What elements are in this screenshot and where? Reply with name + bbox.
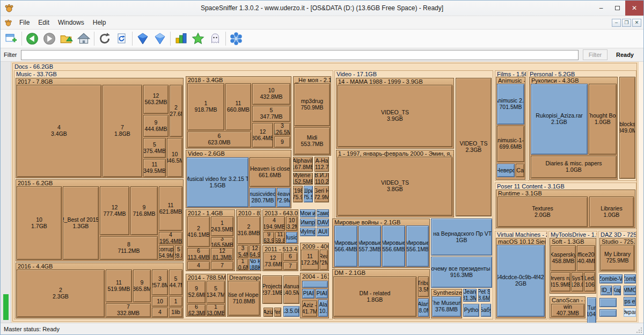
folder-cell[interactable]: blocks849.0M <box>619 77 635 179</box>
folder-cell[interactable]: Aziz -41.7M <box>302 301 317 317</box>
refresh-view-button[interactable] <box>113 31 130 47</box>
file-cell[interactable]: Kap <box>613 286 621 295</box>
folder-cell[interactable]: 9716.8MB <box>130 186 158 235</box>
folder-cell[interactable]: mp3drug750.9MB <box>294 83 330 126</box>
up-folder-button[interactable] <box>58 31 75 47</box>
file-cell[interactable]: Само <box>317 209 329 217</box>
mdi-minimize-button[interactable]: – <box>612 19 621 27</box>
file-cell[interactable]: Musical video for 3.2.15 Tr1.5GB <box>187 157 248 207</box>
star-tag-button[interactable] <box>189 31 207 47</box>
folder-cell[interactable]: VIDEO_TS3.8GB <box>338 157 452 216</box>
folder-cell[interactable]: 1033.2M <box>286 216 297 231</box>
menu-item-file[interactable]: File <box>15 17 34 28</box>
file-classes-button[interactable] <box>172 31 189 47</box>
folder-cell[interactable]: 10432.8MB <box>252 83 290 105</box>
folder-cell[interactable]: animusic-1-d699.6MB <box>497 126 524 162</box>
folder-cell[interactable]: SysT128.0 <box>572 272 583 292</box>
folder-cell[interactable]: My Library725.9MB <box>601 245 634 271</box>
folder-cell[interactable]: 1281.3MB <box>211 248 233 260</box>
file-cell[interactable]: iTun104. <box>587 297 596 323</box>
file-cell[interactable]: AUI <box>317 228 329 236</box>
folder-cell[interactable]: 963.9 <box>264 232 274 243</box>
resize-grip[interactable] <box>635 326 642 333</box>
folder-cell[interactable]: 7 <box>211 261 233 270</box>
folder-cell[interactable]: 43.4GB <box>17 85 101 177</box>
configuration-button[interactable] <box>228 31 245 47</box>
file-cell[interactable]: vps ex <box>624 297 636 306</box>
menu-item-help[interactable]: Help <box>89 17 111 28</box>
folder-cell[interactable]: 4 <box>152 308 168 317</box>
file-cell[interactable] <box>599 309 617 317</box>
folder-cell[interactable]: 8711.2MB <box>100 236 158 260</box>
folder-cell[interactable]: 7 <box>283 262 297 270</box>
minimize-button[interactable]: – <box>593 1 609 16</box>
folder-cell[interactable]: 5244.7M <box>169 270 182 295</box>
file-cell[interactable]: ID_I <box>601 286 612 295</box>
folder-cell[interactable]: 6113.4MB <box>187 248 210 260</box>
folder-cell[interactable]: 12306.4MB <box>252 123 273 148</box>
maximize-button[interactable] <box>609 1 625 16</box>
folder-cell[interactable]: 9444.6MB <box>143 115 169 137</box>
file-cell[interactable]: Ala10. <box>318 300 328 317</box>
filter-button[interactable]: Filter <box>583 49 608 60</box>
folder-cell[interactable]: 101.7GB <box>17 186 62 260</box>
file-cell[interactable]: Pet S3.6M <box>478 289 490 302</box>
folder-cell[interactable]: Diaries & misc. papers1.0GB <box>531 156 617 178</box>
folder-cell[interactable]: Vera <box>274 308 281 317</box>
folder-cell[interactable]: !_Best of 20151.3GB <box>63 186 99 260</box>
menu-item-windows[interactable]: Windows <box>54 17 89 28</box>
file-cell[interactable]: Мировые556.6MB <box>382 225 405 267</box>
folder-cell[interactable]: VIDEO_TS3.9GB <box>338 85 452 147</box>
folder-cell[interactable]: 528.8 <box>175 245 182 260</box>
file-cell[interactable]: Мои и <box>300 209 316 217</box>
folder-cell[interactable]: 11519.9MB <box>106 270 132 302</box>
file-cell[interactable]: Я на Вернадского Пр VTS1GB <box>431 219 492 256</box>
folder-cell[interactable]: DM - related1.8GB <box>333 276 416 317</box>
file-cell[interactable]: MusicL <box>286 232 297 243</box>
file-cell[interactable]: Мировые566.4MB <box>334 225 357 267</box>
new-sniff-window-button[interactable] <box>3 31 20 47</box>
file-cell[interactable]: musicvideo.280.7MB <box>250 188 276 207</box>
menu-item-edit[interactable]: Edit <box>34 17 54 28</box>
folder-cell[interactable]: A-Ha112.7 <box>314 157 329 172</box>
folder-cell[interactable]: Alphavill167.8MB <box>293 157 313 172</box>
ghost-filter-button[interactable] <box>207 31 224 47</box>
folder-cell[interactable]: 10 <box>152 296 168 307</box>
folder-cell[interactable]: 5375.4MB <box>143 138 166 158</box>
file-cell[interactable]: Zombi <box>624 274 636 283</box>
file-cell[interactable] <box>599 298 617 307</box>
file-cell[interactable]: DAV <box>317 219 329 227</box>
file-cell[interactable]: MyImp <box>300 228 316 236</box>
folder-cell[interactable]: 11172.2M <box>301 250 319 270</box>
folder-cell[interactable]: Mylene I152.5MB <box>293 173 313 185</box>
folder-cell[interactable]: 12173.6MB <box>264 252 282 270</box>
folder-cell[interactable]: 12563.2MB <box>143 85 169 114</box>
folder-cell[interactable]: 375.4M <box>237 245 248 258</box>
file-cell[interactable]: Heave72.9M <box>277 188 290 207</box>
file-cell[interactable]: Мировые557.3MB <box>358 225 381 267</box>
folder-cell[interactable]: win407.3MB <box>551 304 584 317</box>
folder-cell[interactable]: Libraries1.0GB <box>589 196 634 227</box>
folder-cell[interactable]: 7332.8MB <box>106 303 151 317</box>
folder-cell[interactable]: 12777.4MB <box>100 186 129 235</box>
folder-cell[interactable]: 163.0MB <box>207 304 225 316</box>
folder-cell[interactable]: Manual140.5M <box>283 275 299 304</box>
folder-cell[interactable]: 150.6M <box>237 259 248 270</box>
folder-cell[interactable]: 5134.7M <box>207 281 225 303</box>
file-cell[interactable]: Мировые556.1MB <box>406 225 429 267</box>
folder-cell[interactable]: 5347.7MB <box>252 106 290 122</box>
file-cell[interactable]: Неверо <box>497 164 515 177</box>
folder-cell[interactable]: 4 <box>187 261 210 270</box>
folder-cell[interactable]: Drvers rut315.9MB <box>551 272 570 292</box>
mdi-close-button[interactable]: ✕ <box>632 19 641 27</box>
folder-cell[interactable]: 2316.8MB <box>237 216 260 244</box>
folder-cell[interactable]: 11349.5MB <box>143 159 166 177</box>
file-cell[interactable]: Шри75.5 <box>304 186 313 202</box>
folder-cell[interactable]: 9252.6MB <box>187 281 206 303</box>
folder-cell[interactable]: 3257.8M <box>152 270 168 295</box>
home-button[interactable] <box>75 31 92 47</box>
folder-cell[interactable]: В.И.Л110.2 <box>314 173 329 185</box>
right-scroll-strip[interactable] <box>638 62 643 323</box>
file-cell[interactable]: Jean31.3M <box>463 289 477 302</box>
folder-cell[interactable]: 11660.8MB <box>225 83 251 130</box>
